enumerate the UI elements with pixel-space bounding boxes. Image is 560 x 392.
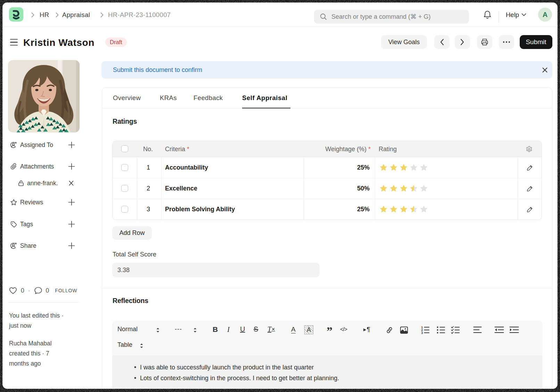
svg-text:3: 3	[421, 331, 423, 335]
